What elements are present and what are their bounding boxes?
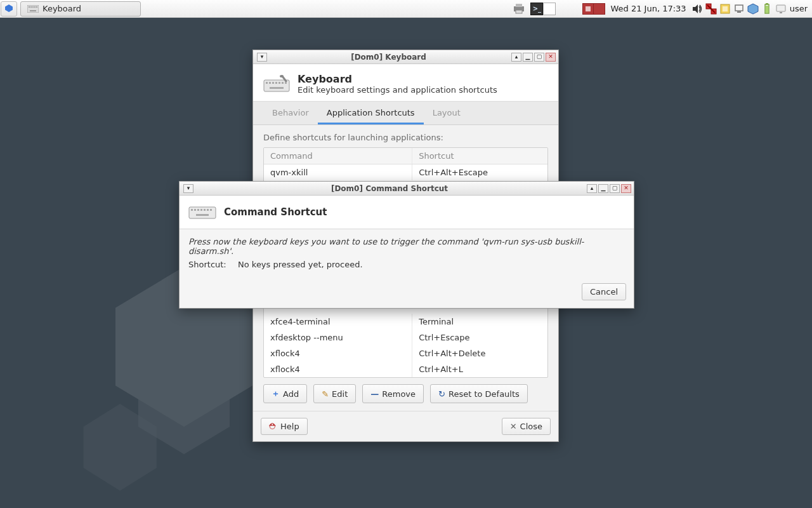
edit-button[interactable]: ✎ Edit: [313, 384, 356, 403]
table-row[interactable]: xflock4 Ctrl+Alt+Delete: [264, 345, 547, 361]
window-menu-button[interactable]: ▾: [183, 184, 193, 193]
table-row[interactable]: xfdesktop --menu Ctrl+Escape: [264, 330, 547, 345]
svg-marker-15: [693, 4, 698, 13]
window-maximize-button[interactable]: ▢: [610, 184, 620, 193]
keyboard-icon: [27, 5, 39, 13]
window-shade-button[interactable]: ▴: [587, 184, 597, 193]
keyboard-tabs: Behavior Application Shortcuts Layout: [253, 102, 558, 125]
keyboard-header-subtitle: Edit keyboard settings and application s…: [298, 85, 497, 95]
command-shortcut-dialog: ▾ [Dom0] Command Shortcut ▴ ▁ ▢ ✕ Comman…: [179, 181, 634, 309]
printer-tray-icon[interactable]: [511, 3, 527, 15]
window-close-button[interactable]: ✕: [546, 53, 556, 62]
qubes-icon: [5, 4, 13, 13]
col-shortcut[interactable]: Shortcut: [412, 148, 547, 164]
table-header: Command Shortcut: [264, 148, 547, 164]
col-command[interactable]: Command: [264, 148, 412, 164]
svg-marker-1: [138, 344, 230, 454]
keyboard-large-icon: [263, 75, 290, 93]
shortcut-value: No keys pressed yet, proceed.: [238, 260, 363, 269]
panel-username[interactable]: user: [788, 4, 809, 13]
close-button[interactable]: ✕ Close: [502, 418, 551, 435]
svg-rect-27: [776, 5, 785, 11]
add-button[interactable]: ＋ Add: [263, 384, 307, 403]
tab-behavior[interactable]: Behavior: [263, 102, 318, 124]
svg-rect-47: [210, 209, 212, 211]
window-minimize-button[interactable]: ▁: [598, 184, 608, 193]
svg-rect-8: [34, 6, 36, 8]
workspace-2[interactable]: [594, 3, 605, 15]
pencil-icon: ✎: [322, 389, 329, 399]
help-icon: ⛑: [269, 422, 277, 431]
minus-icon: —: [370, 389, 379, 399]
tab-application-shortcuts[interactable]: Application Shortcuts: [318, 102, 424, 124]
svg-rect-45: [204, 209, 206, 211]
keyboard-header-title: Keyboard: [298, 73, 497, 85]
reset-to-defaults-button[interactable]: ↻ Reset to Defaults: [430, 384, 528, 403]
svg-rect-34: [272, 82, 274, 84]
window-shade-button[interactable]: ▴: [511, 53, 521, 62]
keyboard-window-titlebar[interactable]: ▾ [Dom0] Keyboard ▴ ▁ ▢ ✕: [253, 50, 558, 64]
tab-layout[interactable]: Layout: [424, 102, 469, 124]
workspace-1[interactable]: [582, 3, 594, 15]
svg-point-31: [280, 75, 284, 77]
keyboard-header: Keyboard Edit keyboard settings and appl…: [253, 64, 558, 102]
svg-rect-26: [766, 6, 768, 13]
taskbar-item-keyboard[interactable]: Keyboard: [20, 1, 141, 17]
svg-rect-6: [30, 6, 32, 8]
applications-menu-button[interactable]: [1, 1, 17, 17]
command-dialog-instruction: Press now the keyboard keys you want to …: [188, 237, 625, 256]
top-panel: Keyboard >_ Wed 21 Jun, 17:33: [0, 0, 812, 18]
refresh-icon: ↻: [438, 389, 445, 399]
svg-rect-12: [516, 4, 522, 7]
table-row[interactable]: qvm-xkill Ctrl+Alt+Escape: [264, 164, 547, 180]
command-dialog-title: [Dom0] Command Shortcut: [193, 184, 586, 193]
svg-rect-5: [29, 6, 30, 8]
svg-rect-40: [189, 207, 216, 218]
devices-tray-icon[interactable]: [733, 3, 745, 15]
svg-rect-9: [36, 6, 37, 8]
shortcut-label: Shortcut:: [188, 260, 230, 269]
svg-rect-48: [196, 214, 209, 216]
qubes-domains-tray-icon[interactable]: [747, 3, 759, 15]
command-dialog-heading: Command Shortcut: [224, 206, 327, 218]
keyboard-icon: [188, 204, 216, 220]
battery-tray-icon[interactable]: [761, 3, 773, 15]
svg-marker-2: [84, 404, 157, 491]
display-tray-icon[interactable]: [775, 3, 787, 15]
svg-rect-33: [269, 82, 271, 84]
svg-rect-37: [282, 82, 284, 84]
svg-rect-38: [285, 82, 287, 84]
svg-rect-10: [30, 10, 36, 11]
svg-rect-21: [735, 5, 743, 11]
keyboard-window-title: [Dom0] Keyboard: [267, 53, 510, 62]
svg-rect-22: [737, 11, 741, 13]
panel-clock[interactable]: Wed 21 Jun, 17:33: [606, 4, 690, 13]
vm-terminal-tray-group[interactable]: >_: [530, 3, 556, 15]
svg-rect-13: [516, 10, 522, 13]
window-close-button[interactable]: ✕: [621, 184, 631, 193]
network-disconnected-tray-icon[interactable]: [705, 3, 717, 15]
svg-rect-43: [197, 209, 199, 211]
window-minimize-button[interactable]: ▁: [523, 53, 533, 62]
window-maximize-button[interactable]: ▢: [534, 53, 544, 62]
window-menu-button[interactable]: ▾: [257, 53, 267, 62]
powershell-icon: >_: [530, 3, 543, 15]
volume-tray-icon[interactable]: [691, 3, 704, 15]
workspace-switcher[interactable]: [582, 3, 605, 15]
svg-rect-36: [278, 82, 280, 84]
shortcuts-hint: Define shortcuts for launching applicati…: [263, 133, 548, 142]
vm-manager-tray-icon[interactable]: [719, 3, 731, 15]
taskbar-item-label: Keyboard: [43, 4, 81, 13]
svg-rect-32: [266, 82, 268, 84]
table-row[interactable]: xfce4-terminal Terminal: [264, 314, 547, 330]
svg-rect-42: [194, 209, 196, 211]
remove-button[interactable]: — Remove: [362, 384, 424, 403]
help-button[interactable]: ⛑ Help: [261, 418, 308, 435]
cancel-button[interactable]: Cancel: [582, 283, 626, 300]
command-dialog-titlebar[interactable]: ▾ [Dom0] Command Shortcut ▴ ▁ ▢ ✕: [180, 182, 634, 196]
plus-icon: ＋: [272, 388, 280, 399]
svg-rect-39: [270, 87, 284, 89]
close-icon: ✕: [510, 422, 517, 431]
svg-rect-7: [32, 6, 34, 8]
table-row[interactable]: xflock4 Ctrl+Alt+L: [264, 361, 547, 377]
